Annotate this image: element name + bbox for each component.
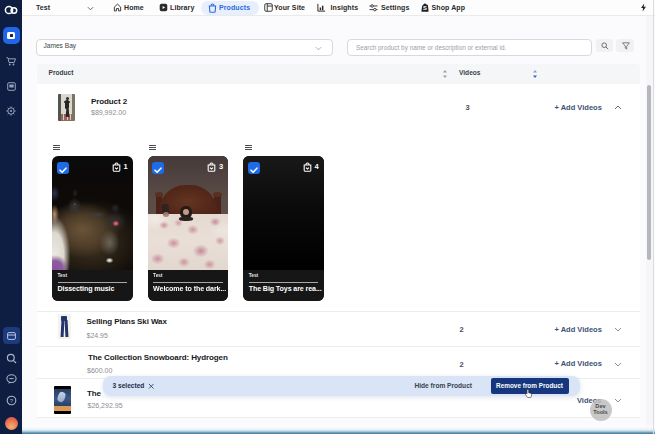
svg-text:S: S: [423, 5, 427, 11]
svg-text:?: ?: [9, 398, 13, 404]
